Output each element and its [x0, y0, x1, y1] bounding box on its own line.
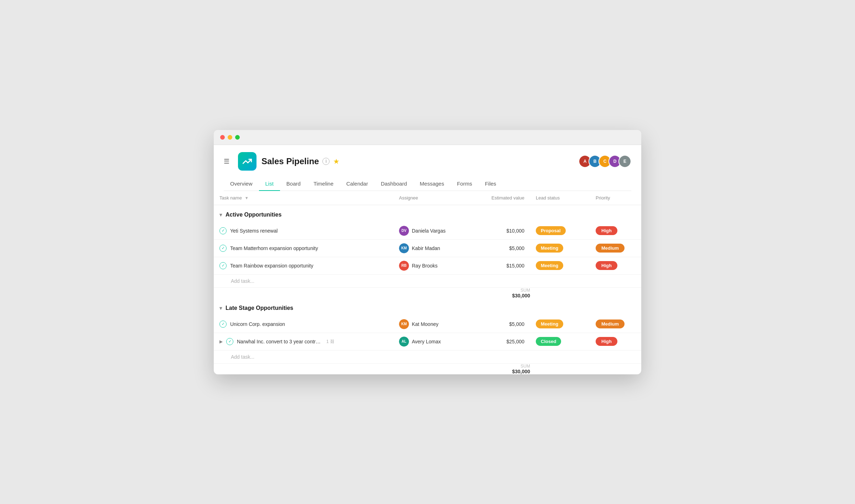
- section-active-opportunities: ▾ Active Opportunities: [214, 205, 641, 222]
- avatar: AL: [399, 337, 409, 347]
- table-row: ✓ Team Rainbow expansion opportunity RB …: [214, 257, 641, 274]
- subtask-icon: ⛓: [330, 339, 335, 344]
- tab-files[interactable]: Files: [478, 177, 503, 191]
- info-icon[interactable]: i: [322, 158, 330, 165]
- titlebar: [214, 130, 641, 145]
- assignee-cell: KM Kabir Madan: [393, 239, 470, 257]
- lead-status-cell: Closed: [530, 333, 590, 350]
- assignee-cell: AL Avery Lomax: [393, 333, 470, 350]
- priority-cell: Medium: [590, 239, 641, 257]
- task-name-cell: ✓ Unicorn Corp. expansion: [214, 316, 393, 333]
- tab-forms[interactable]: Forms: [451, 177, 479, 191]
- sum-row: SUM $30,000: [214, 363, 641, 374]
- expand-subtask-icon[interactable]: ▶: [219, 339, 223, 344]
- priority-badge: Medium: [596, 244, 625, 253]
- tab-bar: Overview List Board Timeline Calendar Da…: [224, 177, 631, 191]
- status-badge: Meeting: [536, 261, 563, 270]
- priority-cell: High: [590, 222, 641, 240]
- lead-status-cell: Proposal: [530, 222, 590, 240]
- priority-cell: High: [590, 257, 641, 274]
- task-name-cell: ▶ ✓ Narwhal Inc. convert to 3 year contr…: [214, 333, 393, 350]
- col-lead-status: Lead status: [530, 191, 590, 205]
- add-task-row[interactable]: Add task...: [214, 274, 641, 287]
- add-task-row[interactable]: Add task...: [214, 350, 641, 363]
- sum-row: SUM $30,000: [214, 287, 641, 298]
- status-badge: Meeting: [536, 319, 563, 328]
- col-task-name: Task name ▾: [214, 191, 393, 205]
- task-checkbox[interactable]: ✓: [219, 262, 227, 269]
- header: ☰ Sales Pipeline i ★ A B C D E: [214, 145, 641, 191]
- task-name-sort-icon[interactable]: ▾: [245, 195, 248, 201]
- main-window: ☰ Sales Pipeline i ★ A B C D E: [214, 130, 641, 374]
- estimated-value: $5,000: [470, 316, 530, 333]
- avatar: KM: [399, 243, 409, 253]
- task-name: Narwhal Inc. convert to 3 year contr…: [237, 339, 321, 344]
- assignee-name: Kat Mooney: [412, 321, 439, 327]
- task-checkbox[interactable]: ✓: [219, 245, 227, 252]
- table-row: ✓ Yeti Systems renewal DV Daniela Vargas…: [214, 222, 641, 240]
- assignee-cell: RB Ray Brooks: [393, 257, 470, 274]
- task-checkbox[interactable]: ✓: [226, 338, 233, 345]
- task-checkbox[interactable]: ✓: [219, 321, 227, 328]
- task-name: Team Rainbow expansion opportunity: [230, 263, 313, 269]
- app-icon: [238, 152, 256, 171]
- section-title: Active Opportunities: [226, 212, 281, 218]
- priority-badge: High: [596, 226, 617, 235]
- status-badge: Proposal: [536, 226, 566, 235]
- col-assignee: Assignee: [393, 191, 470, 205]
- task-table-container: Task name ▾ Assignee Estimated value Lea…: [214, 191, 641, 374]
- add-task-label[interactable]: Add task...: [231, 354, 254, 360]
- section-collapse-icon[interactable]: ▾: [219, 305, 222, 311]
- tab-messages[interactable]: Messages: [413, 177, 450, 191]
- tab-dashboard[interactable]: Dashboard: [374, 177, 413, 191]
- estimated-value: $15,000: [470, 257, 530, 274]
- add-task-label[interactable]: Add task...: [231, 278, 254, 284]
- task-checkbox[interactable]: ✓: [219, 227, 227, 234]
- tab-board[interactable]: Board: [280, 177, 307, 191]
- task-name: Unicorn Corp. expansion: [230, 321, 285, 327]
- assignee-name: Ray Brooks: [412, 263, 437, 269]
- tab-calendar[interactable]: Calendar: [340, 177, 374, 191]
- estimated-value: $5,000: [470, 239, 530, 257]
- sum-label: SUM: [520, 288, 530, 293]
- task-name: Yeti Systems renewal: [230, 228, 278, 234]
- estimated-value: $10,000: [470, 222, 530, 240]
- sum-label: SUM: [520, 364, 530, 369]
- priority-cell: Medium: [590, 316, 641, 333]
- priority-badge: High: [596, 261, 617, 270]
- avatar[interactable]: E: [618, 155, 631, 168]
- section-late-stage-opportunities: ▾ Late Stage Opportunities: [214, 298, 641, 316]
- tab-list[interactable]: List: [259, 177, 280, 191]
- subtask-count: 1: [326, 339, 329, 344]
- lead-status-cell: Meeting: [530, 257, 590, 274]
- sum-value: $30,000: [512, 369, 530, 374]
- assignee-name: Daniela Vargas: [412, 228, 446, 234]
- lead-status-cell: Meeting: [530, 316, 590, 333]
- estimated-value: $25,000: [470, 333, 530, 350]
- tab-timeline[interactable]: Timeline: [307, 177, 340, 191]
- maximize-button[interactable]: [235, 135, 240, 140]
- favorite-star-icon[interactable]: ★: [333, 157, 340, 166]
- priority-badge: Medium: [596, 319, 625, 328]
- close-button[interactable]: [220, 135, 225, 140]
- col-estimated-value: Estimated value: [470, 191, 530, 205]
- project-title: Sales Pipeline: [261, 156, 319, 166]
- table-row: ▶ ✓ Narwhal Inc. convert to 3 year contr…: [214, 333, 641, 350]
- task-name-cell: ✓ Team Rainbow expansion opportunity: [214, 257, 393, 274]
- status-badge: Closed: [536, 337, 561, 346]
- section-collapse-icon[interactable]: ▾: [219, 212, 222, 218]
- tab-overview[interactable]: Overview: [224, 177, 259, 191]
- minimize-button[interactable]: [228, 135, 232, 140]
- hamburger-menu[interactable]: ☰: [224, 157, 229, 165]
- priority-cell: High: [590, 333, 641, 350]
- task-name-cell: ✓ Team Matterhorn expansion opportunity: [214, 239, 393, 257]
- sum-value: $30,000: [512, 293, 530, 298]
- task-table: Task name ▾ Assignee Estimated value Lea…: [214, 191, 641, 374]
- avatar: DV: [399, 226, 409, 236]
- subtask-count-indicator: 1 ⛓: [326, 339, 335, 344]
- assignee-name: Kabir Madan: [412, 245, 440, 251]
- priority-badge: High: [596, 337, 617, 346]
- col-priority: Priority: [590, 191, 641, 205]
- assignee-cell: DV Daniela Vargas: [393, 222, 470, 240]
- assignee-name: Avery Lomax: [412, 339, 441, 344]
